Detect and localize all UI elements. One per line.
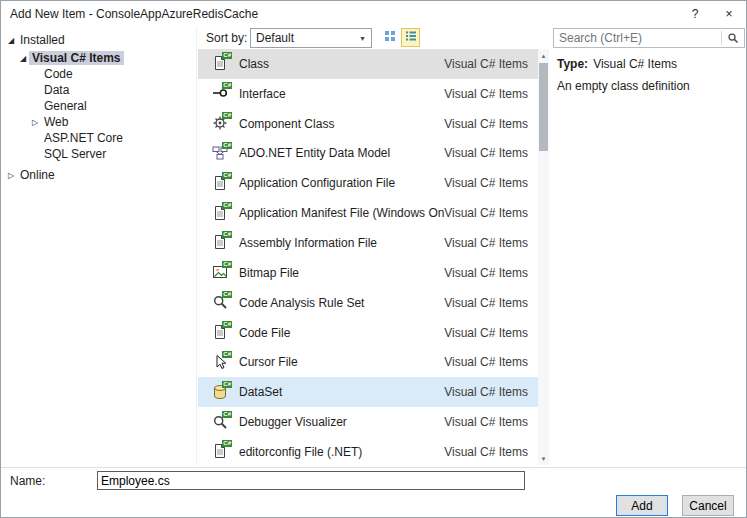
sidebar-item-label: ASP.NET Core (41, 131, 126, 145)
list-item-editorconfig-file-net[interactable]: C# editorconfig File (.NET) Visual C# It… (198, 437, 538, 465)
sidebar-item-web[interactable]: ▷ Web (1, 114, 196, 130)
sort-by-dropdown[interactable]: Default ▾ (250, 28, 372, 48)
template-category: Visual C# Items (444, 415, 528, 429)
template-name: ADO.NET Entity Data Model (239, 146, 444, 160)
sidebar-item-label: Installed (17, 33, 68, 47)
template-category: Visual C# Items (444, 146, 528, 160)
doc-icon: C# (212, 55, 230, 72)
template-name: Assembly Information File (239, 236, 444, 250)
template-category: Visual C# Items (444, 87, 528, 101)
template-category: Visual C# Items (444, 266, 528, 280)
template-category: Visual C# Items (444, 57, 528, 71)
list-item-assembly-information-file[interactable]: C# Assembly Information File Visual C# I… (198, 228, 538, 258)
template-category: Visual C# Items (444, 326, 528, 340)
titlebar: Add New Item - ConsoleAppAzureRedisCache… (1, 1, 746, 27)
search-input[interactable] (554, 29, 721, 47)
template-name: Cursor File (239, 355, 444, 369)
list-item-class[interactable]: C# Class Visual C# Items (198, 49, 538, 79)
list-item-debugger-visualizer[interactable]: C# Debugger Visualizer Visual C# Items (198, 407, 538, 437)
buttons-row: Add Cancel (1, 493, 746, 518)
list-item-application-manifest-file-windows-only[interactable]: C# Application Manifest File (Windows On… (198, 198, 538, 228)
list-item-ado-net-entity-data-model[interactable]: C# ADO.NET Entity Data Model Visual C# I… (198, 139, 538, 169)
details-pane: Type:Visual C# Items An empty class defi… (557, 57, 740, 93)
expander-icon[interactable]: ▷ (5, 171, 17, 180)
template-name: Interface (239, 87, 444, 101)
csharp-badge: C# (222, 411, 232, 418)
list-item-application-configuration-file[interactable]: C# Application Configuration File Visual… (198, 168, 538, 198)
list-item-bitmap-file[interactable]: C# Bitmap File Visual C# Items (198, 258, 538, 288)
scroll-up-icon[interactable]: ▲ (538, 49, 549, 62)
template-name: Class (239, 57, 444, 71)
template-name: Bitmap File (239, 266, 444, 280)
close-button[interactable]: × (712, 1, 746, 27)
type-line: Type:Visual C# Items (557, 57, 740, 71)
type-value: Visual C# Items (593, 57, 677, 71)
list-view-button[interactable] (401, 28, 420, 47)
sidebar-item-label: SQL Server (41, 147, 109, 161)
template-category: Visual C# Items (444, 385, 528, 399)
csharp-badge: C# (222, 172, 232, 179)
csharp-badge: C# (222, 112, 232, 119)
template-category: Visual C# Items (444, 176, 528, 190)
list-item-code-file[interactable]: C# Code File Visual C# Items (198, 318, 538, 348)
template-list: C# Class Visual C# Items C# Interface Vi… (198, 49, 538, 465)
sidebar-item-installed[interactable]: ◢ Installed (1, 32, 196, 48)
list-item-code-analysis-rule-set[interactable]: C# Code Analysis Rule Set Visual C# Item… (198, 288, 538, 318)
template-name: Application Configuration File (239, 176, 444, 190)
name-input[interactable] (97, 471, 525, 490)
list-item-component-class[interactable]: C# Component Class Visual C# Items (198, 109, 538, 139)
magnifier-icon: C# (212, 414, 230, 431)
expander-icon[interactable]: ◢ (17, 54, 29, 63)
name-label: Name: (1, 474, 97, 488)
sidebar-item-label: Web (41, 115, 71, 129)
template-name: Debugger Visualizer (239, 415, 444, 429)
csharp-badge: C# (222, 381, 232, 388)
search-box (553, 28, 745, 48)
help-button[interactable]: ? (678, 1, 712, 27)
sidebar-item-label: Online (17, 168, 58, 182)
add-button[interactable]: Add (616, 495, 668, 516)
scroll-down-icon[interactable]: ▼ (538, 452, 549, 465)
list-view-icon (405, 30, 417, 45)
csharp-badge: C# (222, 52, 232, 59)
sidebar-item-label: Visual C# Items (29, 51, 124, 65)
toolbar: Sort by: Default ▾ (198, 27, 746, 49)
doc-icon: C# (212, 205, 230, 222)
magnifier-icon: C# (212, 294, 230, 311)
cancel-button[interactable]: Cancel (682, 495, 734, 516)
list-item-dataset[interactable]: C# DataSet Visual C# Items (198, 377, 538, 407)
chevron-down-icon[interactable]: ▾ (354, 29, 371, 47)
csharp-badge: C# (222, 440, 232, 447)
sidebar-item-asp-net-core[interactable]: ASP.NET Core (1, 130, 196, 146)
expander-icon[interactable]: ◢ (5, 36, 17, 45)
sidebar-item-data[interactable]: Data (1, 82, 196, 98)
sidebar-item-code[interactable]: Code (1, 66, 196, 82)
csharp-badge: C# (222, 321, 232, 328)
db-icon: C# (212, 384, 230, 401)
doc-icon: C# (212, 175, 230, 192)
sidebar-item-online[interactable]: ▷ Online (1, 167, 196, 183)
list-item-cursor-file[interactable]: C# Cursor File Visual C# Items (198, 347, 538, 377)
sidebar-item-visual-c-items[interactable]: ◢ Visual C# Items (1, 50, 196, 66)
expander-icon[interactable]: ▷ (29, 118, 41, 127)
sidebar-item-label: Data (41, 83, 72, 97)
scrollbar-thumb[interactable] (539, 63, 548, 151)
category-tree: ◢ Installed ◢ Visual C# Items Code Data … (1, 27, 197, 465)
template-category: Visual C# Items (444, 206, 528, 220)
name-row: Name: (1, 468, 746, 493)
window-title: Add New Item - ConsoleAppAzureRedisCache (1, 7, 258, 21)
template-category: Visual C# Items (444, 355, 528, 369)
search-icon[interactable] (722, 29, 744, 47)
type-label: Type: (557, 57, 588, 71)
list-item-interface[interactable]: C# Interface Visual C# Items (198, 79, 538, 109)
vertical-scrollbar[interactable]: ▲ ▼ (538, 49, 549, 465)
sidebar-item-sql-server[interactable]: SQL Server (1, 146, 196, 162)
gear-icon: C# (212, 115, 230, 132)
template-name: editorconfig File (.NET) (239, 445, 444, 459)
template-description: An empty class definition (557, 79, 740, 93)
template-name: Application Manifest File (Windows Only) (239, 206, 444, 220)
medium-icons-view-button[interactable] (380, 28, 399, 47)
cursor-icon: C# (212, 354, 230, 371)
template-category: Visual C# Items (444, 445, 528, 459)
sidebar-item-general[interactable]: General (1, 98, 196, 114)
